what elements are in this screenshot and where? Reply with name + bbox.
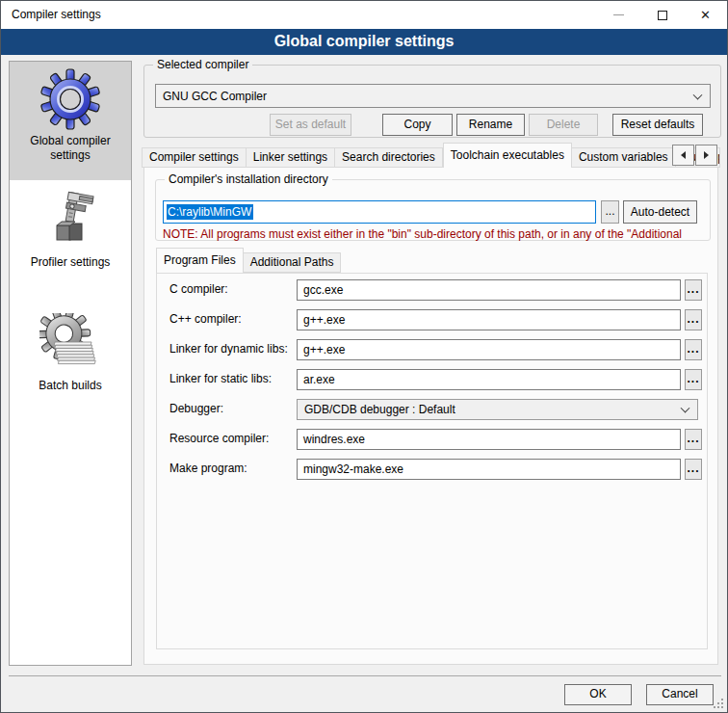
browse-c-compiler-button[interactable]: ... (685, 279, 702, 301)
field-row-cpp-compiler: C++ compiler: g++.exe ... (157, 309, 707, 330)
auto-detect-button[interactable]: Auto-detect (623, 200, 697, 224)
minimize-button[interactable] (597, 1, 640, 29)
field-label: C++ compiler: (169, 312, 242, 326)
compiler-settings-dialog: Compiler settings ✕ Global compiler sett… (0, 0, 728, 713)
note-text: NOTE: All programs must exist either in … (163, 227, 708, 241)
close-button[interactable]: ✕ (684, 1, 727, 29)
debugger-select[interactable]: GDB/CDB debugger : Default (297, 399, 698, 420)
field-value: ar.exe (303, 373, 335, 386)
delete-button[interactable]: Delete (529, 114, 598, 136)
page-title: Global compiler settings (1, 29, 727, 55)
field-value: gcc.exe (303, 283, 343, 297)
installation-directory-value: C:\raylib\MinGW (167, 204, 253, 220)
sidebar-item-label: Batch builds (39, 379, 101, 393)
set-as-default-button[interactable]: Set as default (270, 114, 351, 136)
rename-button[interactable]: Rename (456, 114, 525, 136)
toolchain-executables-panel: Compiler's installation directory C:\ray… (143, 167, 718, 665)
tab-custom-variables[interactable]: Custom variables (572, 147, 676, 168)
resize-grip[interactable] (721, 706, 723, 708)
field-value: windres.exe (303, 433, 365, 446)
tab-linker-settings[interactable]: Linker settings (247, 147, 335, 168)
sidebar-item-label: Global compiler settings (10, 134, 131, 163)
minimize-icon (613, 14, 624, 15)
tab-scroll-left-button[interactable] (672, 145, 694, 166)
sidebar-item-profiler-settings[interactable]: Profiler settings (10, 188, 131, 296)
selected-compiler-group-label: Selected compiler (153, 58, 252, 72)
caption-buttons: ✕ (597, 1, 727, 29)
static-linker-input[interactable]: ar.exe (297, 369, 681, 390)
gray-gear-papers-icon (39, 313, 101, 375)
ok-button[interactable]: OK (564, 684, 632, 705)
field-label: Debugger: (169, 402, 223, 415)
resource-compiler-input[interactable]: windres.exe (297, 429, 681, 450)
field-row-dynamic-linker: Linker for dynamic libs: g++.exe ... (157, 339, 707, 360)
program-files-panel: C compiler: gcc.exe ... C++ compiler: g+… (156, 273, 708, 649)
tab-toolchain-executables[interactable]: Toolchain executables (443, 143, 572, 168)
field-value: g++.exe (303, 313, 345, 327)
reset-defaults-button[interactable]: Reset defaults (612, 114, 703, 136)
field-label: Linker for dynamic libs: (169, 342, 288, 356)
chevron-down-icon (693, 90, 703, 99)
browse-make-program-button[interactable]: ... (685, 459, 702, 480)
dynamic-linker-input[interactable]: g++.exe (297, 339, 681, 360)
sidebar-item-global-compiler-settings[interactable]: Global compiler settings (10, 62, 131, 180)
chevron-down-icon (681, 404, 690, 413)
installation-directory-input[interactable]: C:\raylib\MinGW (163, 200, 596, 224)
arrow-left-icon (677, 151, 686, 159)
tab-search-directories[interactable]: Search directories (335, 147, 443, 168)
blue-gear-icon (39, 68, 101, 130)
arrow-right-icon (704, 151, 713, 159)
field-row-static-linker: Linker for static libs: ar.exe ... (157, 369, 707, 390)
titlebar[interactable]: Compiler settings ✕ (1, 1, 727, 29)
field-label: Linker for static libs: (169, 372, 272, 385)
browse-resource-compiler-button[interactable]: ... (685, 429, 702, 450)
maximize-icon (658, 11, 667, 20)
program-files-tab-strip: Program Files Additional Paths (156, 249, 341, 273)
installation-directory-group: Compiler's installation directory C:\ray… (155, 179, 711, 241)
tab-compiler-settings[interactable]: Compiler settings (142, 147, 247, 168)
sidebar-item-batch-builds[interactable]: Batch builds (10, 311, 131, 423)
caliper-icon (39, 190, 101, 251)
settings-category-list: Global compiler settings (9, 61, 132, 666)
cancel-button[interactable]: Cancel (646, 684, 714, 705)
copy-button[interactable]: Copy (382, 114, 453, 136)
debugger-select-value: GDB/CDB debugger : Default (304, 403, 455, 416)
selected-compiler-group: Selected compiler GNU GCC Compiler Set a… (143, 65, 721, 138)
browse-directory-button[interactable]: ... (601, 200, 619, 224)
field-label: C compiler: (169, 282, 228, 296)
tab-scroll-buttons (672, 145, 717, 166)
browse-dynamic-linker-button[interactable]: ... (685, 339, 702, 360)
compiler-select[interactable]: GNU GCC Compiler (155, 84, 711, 108)
tab-scroll-right-button[interactable] (695, 145, 717, 166)
browse-static-linker-button[interactable]: ... (685, 369, 702, 390)
maximize-button[interactable] (640, 1, 684, 29)
installation-directory-group-label: Compiler's installation directory (165, 172, 332, 187)
footer-divider (9, 675, 721, 676)
make-program-input[interactable]: mingw32-make.exe (297, 459, 681, 480)
field-label: Resource compiler: (169, 432, 269, 445)
window-title: Compiler settings (12, 1, 101, 29)
c-compiler-input[interactable]: gcc.exe (297, 279, 681, 301)
field-row-c-compiler: C compiler: gcc.exe ... (157, 279, 707, 301)
cpp-compiler-input[interactable]: g++.exe (297, 309, 681, 330)
field-row-resource-compiler: Resource compiler: windres.exe ... (157, 429, 707, 450)
field-value: mingw32-make.exe (303, 462, 403, 476)
tab-program-files[interactable]: Program Files (156, 248, 244, 273)
close-icon: ✕ (700, 9, 711, 21)
field-label: Make program: (169, 462, 247, 475)
field-value: g++.exe (303, 343, 345, 356)
field-row-make-program: Make program: mingw32-make.exe ... (157, 459, 707, 480)
compiler-select-value: GNU GCC Compiler (163, 90, 267, 103)
settings-tab-strip: Compiler settings Linker settings Search… (142, 143, 720, 168)
sidebar-item-label: Profiler settings (31, 255, 111, 270)
browse-cpp-compiler-button[interactable]: ... (685, 309, 702, 330)
tab-additional-paths[interactable]: Additional Paths (244, 252, 342, 273)
field-row-debugger: Debugger: GDB/CDB debugger : Default (157, 399, 707, 420)
